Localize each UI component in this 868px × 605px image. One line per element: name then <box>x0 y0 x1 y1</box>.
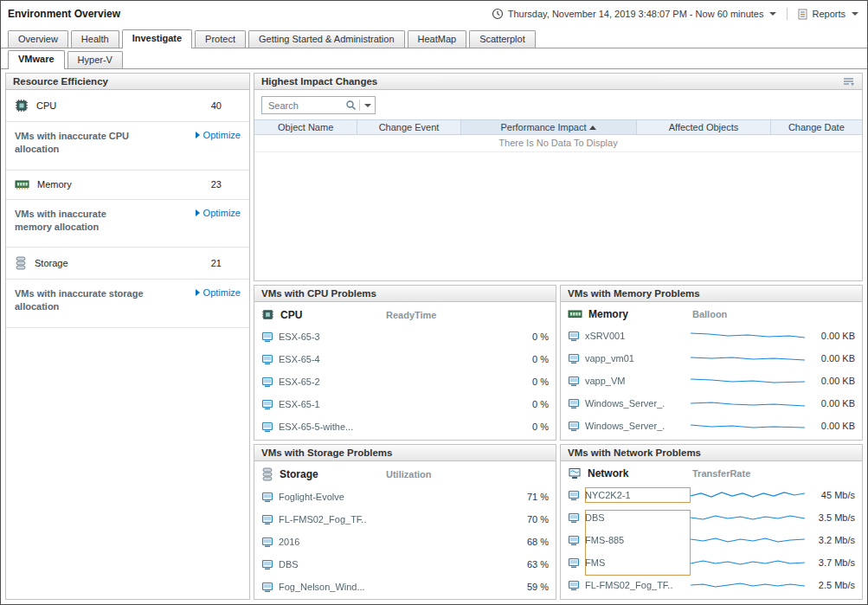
metric-value: 0.00 KB <box>810 376 855 386</box>
vm-icon <box>568 331 580 342</box>
reports-menu[interactable]: Reports <box>798 9 858 20</box>
vm-name-link[interactable]: Windows_Server_. <box>585 421 685 431</box>
search-options-caret[interactable] <box>364 104 371 107</box>
vms-storage-problems-panel: VMs with Storage Problems Storage Utiliz… <box>254 444 556 600</box>
vm-name-link[interactable]: FMS-885 <box>585 535 685 545</box>
vm-name-link[interactable]: Fog_Nelson_Wind... <box>279 582 379 592</box>
vm-icon <box>568 512 580 524</box>
metric-column-label: TransferRate <box>692 468 855 479</box>
sort-ascending-icon <box>589 126 596 130</box>
vm-name-link[interactable]: ESX-65-4 <box>279 354 379 364</box>
column-header-affected-objects[interactable]: Affected Objects <box>637 120 770 134</box>
vm-name-link[interactable]: FL-FMS02_Fog_TF.. <box>585 580 685 590</box>
vm-name-link[interactable]: NYC2K2-1 <box>585 490 685 500</box>
row-list: xSRV001 0.00 KB vapp_vm01 0.00 KB <box>561 325 862 440</box>
column-header-object-name[interactable]: Object Name <box>254 120 357 134</box>
problem-panels-grid: VMs with CPU Problems CPU ReadyTime <box>254 285 863 600</box>
reports-label: Reports <box>812 9 845 19</box>
metric-value: 59 % <box>504 582 549 592</box>
vm-name-link[interactable]: ESX-65-5-withe... <box>279 422 379 432</box>
vm-row: DBS 3.5 Mb/s <box>561 506 862 529</box>
problem-label: VMs with inaccurate CPU allocation <box>15 130 145 156</box>
search-icon[interactable] <box>345 100 357 111</box>
resource-metric-row: Storage 21 <box>6 248 249 280</box>
vm-name-link[interactable]: FL-FMS02_Fog_TF.. <box>279 514 379 525</box>
vm-name-link[interactable]: Windows_Server_. <box>585 398 685 409</box>
metric-value: 70 % <box>504 514 549 525</box>
tab-getting-started[interactable]: Getting Started & Administration <box>248 30 405 48</box>
vm-name-link[interactable]: DBS <box>279 559 379 570</box>
vm-row: FMS 3.7 Mb/s <box>561 551 862 574</box>
main-tab-bar: Overview Health Investigate Protect Gett… <box>1 27 867 48</box>
vm-name-link[interactable]: vapp_VM <box>585 376 685 386</box>
metric-value: 0 % <box>504 354 549 364</box>
mini-panel-header: CPU ReadyTime <box>254 302 556 325</box>
tab-heatmap[interactable]: HeatMap <box>408 30 467 48</box>
optimize-link-memory[interactable]: Optimize <box>196 208 241 218</box>
tab-health[interactable]: Health <box>71 30 119 48</box>
sparkline <box>691 511 805 525</box>
memory-icon <box>15 179 29 190</box>
vm-icon <box>568 398 580 409</box>
topbar-actions: Thursday, November 14, 2019 3:48:07 PM -… <box>492 8 858 20</box>
top-bar: Environment Overview Thursday, November … <box>1 1 867 27</box>
play-icon <box>196 132 200 138</box>
metric-count: 23 <box>211 179 241 190</box>
vm-name-link[interactable]: DBS <box>585 512 685 523</box>
vm-icon <box>568 557 580 569</box>
panel-title: VMs with CPU Problems <box>254 286 556 302</box>
column-header-performance-impact[interactable]: Performance Impact <box>461 120 638 134</box>
vm-icon <box>568 376 580 387</box>
vm-icon <box>568 421 580 432</box>
metric-value: 0.00 KB <box>810 331 855 341</box>
vm-name-link[interactable]: xSRV001 <box>585 331 685 341</box>
vms-memory-problems-panel: VMs with Memory Problems Memory Balloon <box>560 285 863 441</box>
mini-panel-header: Network TransferRate <box>561 461 862 484</box>
row-list: NYC2K2-1 45 Mb/s DBS 3.5 Mb/s FM <box>561 484 862 599</box>
tab-scatterplot[interactable]: Scatterplot <box>469 30 536 48</box>
metric-count: 21 <box>211 258 241 268</box>
panel-title-text: Highest Impact Changes <box>261 76 377 87</box>
metric-value: 63 % <box>504 559 549 570</box>
tab-protect[interactable]: Protect <box>195 30 246 48</box>
sparkline <box>691 578 805 592</box>
vm-name-link[interactable]: 2016 <box>279 537 379 547</box>
subtab-vmware[interactable]: VMware <box>8 50 65 69</box>
sparkline <box>691 374 805 388</box>
chevron-down-icon <box>852 12 858 16</box>
column-header-change-event[interactable]: Change Event <box>357 120 460 134</box>
vm-row: NYC2K2-1 45 Mb/s <box>561 484 862 506</box>
tab-overview[interactable]: Overview <box>8 30 68 48</box>
vm-name-link[interactable]: ESX-65-3 <box>279 331 379 342</box>
vm-icon <box>261 354 273 365</box>
row-list: ESX-65-3 0 % ESX-65-4 0 % ESX-65 <box>254 325 556 440</box>
clock-icon <box>492 8 504 20</box>
storage-icon <box>15 256 27 270</box>
sparkline <box>691 556 805 570</box>
cpu-icon <box>15 99 29 113</box>
vm-row: ESX-65-3 0 % <box>254 325 556 348</box>
vm-icon <box>261 492 273 503</box>
vm-row: xSRV001 0.00 KB <box>561 325 862 347</box>
vm-row: vapp_vm01 0.00 KB <box>561 347 862 370</box>
table-options-icon[interactable] <box>842 76 855 87</box>
time-range-selector[interactable]: Thursday, November 14, 2019 3:48:07 PM -… <box>492 8 777 20</box>
vm-name-link[interactable]: ESX-65-1 <box>279 399 379 409</box>
mini-panel-header: Memory Balloon <box>561 302 862 325</box>
search-input[interactable] <box>267 100 343 112</box>
vm-name-link[interactable]: vapp_vm01 <box>585 353 685 364</box>
subtab-hyperv[interactable]: Hyper-V <box>68 51 123 68</box>
vm-icon <box>261 537 273 548</box>
cpu-icon <box>261 308 274 321</box>
column-header-change-date[interactable]: Change Date <box>771 120 862 134</box>
vm-name-link[interactable]: Foglight-Evolve <box>279 492 379 502</box>
report-icon <box>798 9 807 20</box>
metric-value: 0 % <box>504 331 549 342</box>
vm-name-link[interactable]: FMS <box>585 557 685 568</box>
vm-row: FL-FMS02_Fog_TF.. 2.5 Mb/s <box>561 574 862 596</box>
optimize-link-cpu[interactable]: Optimize <box>196 130 241 140</box>
vm-icon <box>261 559 273 570</box>
vm-name-link[interactable]: ESX-65-2 <box>279 377 379 387</box>
tab-investigate[interactable]: Investigate <box>122 29 192 48</box>
optimize-link-storage[interactable]: Optimize <box>196 287 241 298</box>
